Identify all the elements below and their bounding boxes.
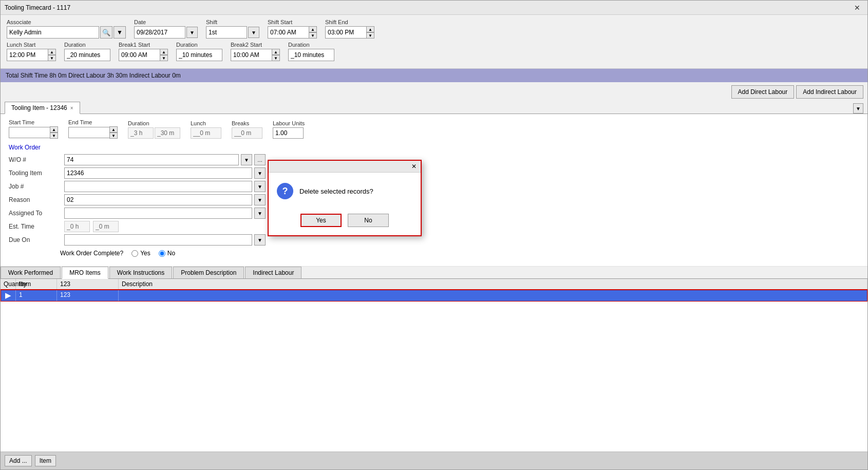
col-header-quantity: Quantity	[1, 279, 16, 289]
radio-no[interactable]	[159, 250, 165, 257]
due-on-label: Due On	[9, 236, 60, 243]
lunch-duration-group: Duration	[64, 42, 110, 61]
reason-dropdown[interactable]: ▼	[254, 194, 266, 205]
dialog-question-icon: ?	[277, 183, 293, 199]
lunch-start-up[interactable]: ▲	[48, 49, 56, 55]
break1-start-down[interactable]: ▼	[160, 55, 168, 61]
break2-duration-label: Duration	[288, 42, 334, 48]
labour-units-field: Labour Units	[273, 120, 305, 139]
job-num-input[interactable]	[64, 181, 252, 192]
info-bar: Total Shift Time 8h 0m Direct Labour 3h …	[1, 69, 867, 82]
lunch-duration-input[interactable]	[64, 49, 110, 61]
tab-tooling-item[interactable]: Tooling Item - 12346 ×	[5, 102, 80, 114]
shift-start-input[interactable]	[268, 26, 309, 39]
wo-num-extra-button[interactable]: …	[254, 154, 266, 165]
reason-label: Reason	[9, 196, 60, 203]
tab-indirect-labour[interactable]: Indirect Labour	[245, 267, 301, 278]
radio-yes[interactable]	[131, 250, 138, 257]
date-group: Date ▼	[134, 19, 198, 39]
shift-start-label: Shift Start	[268, 19, 317, 25]
break2-start-up[interactable]: ▲	[272, 49, 280, 55]
lunch-label: Lunch	[191, 120, 221, 126]
dialog-yes-button[interactable]: Yes	[300, 214, 342, 227]
shift-start-up[interactable]: ▲	[309, 26, 317, 32]
duration-h-input	[128, 127, 154, 139]
break1-start-up[interactable]: ▲	[160, 49, 168, 55]
shift-end-group: Shift End ▲ ▼	[325, 19, 374, 39]
wo-num-dropdown[interactable]: ▼	[241, 154, 252, 165]
labour-units-input[interactable]	[273, 127, 304, 139]
shift-end-input[interactable]	[325, 26, 366, 39]
tab-problem-description[interactable]: Problem Description	[173, 267, 244, 278]
start-time-down[interactable]: ▼	[50, 133, 58, 139]
assigned-to-input[interactable]	[64, 208, 252, 219]
associate-label: Associate	[7, 19, 126, 25]
break1-duration-label: Duration	[176, 42, 222, 48]
add-button[interactable]: Add ...	[5, 455, 32, 466]
end-time-up[interactable]: ▲	[109, 126, 118, 133]
dialog-message: Delete selected records?	[299, 187, 373, 195]
item-button[interactable]: Item	[35, 455, 56, 466]
est-time-m-input	[93, 221, 119, 232]
lunch-start-down[interactable]: ▼	[48, 55, 56, 61]
shift-dropdown-button[interactable]: ▼	[248, 27, 259, 38]
content-area: Start Time ▲ ▼ End Time ▲	[1, 114, 867, 469]
break1-start-input[interactable]	[119, 49, 160, 61]
tab-close-button[interactable]: ×	[70, 105, 73, 111]
table-row[interactable]: ▶ 1 123	[1, 290, 867, 302]
tab-mro-items[interactable]: MRO Items	[62, 267, 108, 279]
end-time-down[interactable]: ▼	[109, 133, 118, 139]
break2-duration-group: Duration	[288, 42, 334, 61]
work-order-grid: W/O # ▼ … Tooling Item ▼ Job #	[9, 154, 266, 246]
start-time-input[interactable]	[9, 127, 50, 138]
break2-start-down[interactable]: ▼	[272, 55, 280, 61]
tab-scroll-button[interactable]: ▼	[853, 103, 863, 114]
associate-search-button[interactable]: 🔍	[100, 26, 112, 39]
associate-input[interactable]	[7, 26, 99, 39]
cell-description	[119, 290, 867, 301]
associate-dropdown-button[interactable]: ▼	[114, 26, 126, 39]
start-time-up[interactable]: ▲	[50, 126, 58, 133]
title-bar: Tooling Timecard - 1117 ✕	[1, 1, 867, 15]
wo-num-input[interactable]	[64, 154, 239, 165]
header-row-1: Associate 🔍 ▼ Date ▼ Shift	[7, 19, 861, 39]
tab-work-performed[interactable]: Work Performed	[1, 267, 61, 278]
break1-duration-input[interactable]	[176, 49, 222, 61]
tooling-item-input[interactable]	[64, 167, 252, 179]
dialog-close-button[interactable]: ✕	[411, 163, 417, 170]
row-indicator: ▶	[1, 290, 16, 301]
shift-start-down[interactable]: ▼	[309, 32, 317, 39]
shift-input[interactable]	[206, 26, 247, 39]
breaks-input	[232, 127, 262, 139]
shift-start-group: Shift Start ▲ ▼	[268, 19, 317, 39]
due-on-dropdown[interactable]: ▼	[254, 234, 266, 246]
col-header-description: Description	[119, 279, 867, 289]
assigned-to-dropdown[interactable]: ▼	[254, 208, 266, 219]
toolbar: Add Direct Labour Add Indirect Labour	[1, 82, 867, 102]
end-time-input[interactable]	[68, 127, 109, 138]
due-on-input[interactable]	[64, 234, 252, 246]
window-close-button[interactable]: ✕	[851, 3, 863, 13]
tooling-item-dropdown[interactable]: ▼	[254, 167, 266, 179]
reason-input[interactable]	[64, 194, 252, 205]
date-dropdown-button[interactable]: ▼	[186, 27, 198, 38]
add-indirect-labour-button[interactable]: Add Indirect Labour	[796, 85, 863, 99]
job-num-dropdown[interactable]: ▼	[254, 181, 266, 192]
shift-end-label: Shift End	[325, 19, 374, 25]
radio-yes-group: Yes	[131, 250, 150, 257]
work-order-complete-label: Work Order Complete?	[60, 250, 123, 257]
date-input[interactable]	[134, 26, 185, 39]
break2-duration-input[interactable]	[288, 49, 334, 61]
dialog-no-button[interactable]: No	[348, 214, 389, 227]
col-header-item: Item	[16, 279, 57, 289]
shift-end-down[interactable]: ▼	[366, 32, 374, 39]
add-direct-labour-button[interactable]: Add Direct Labour	[731, 85, 795, 99]
lunch-start-input[interactable]	[7, 49, 48, 61]
lunch-field: Lunch	[191, 120, 221, 139]
lunch-start-label: Lunch Start	[7, 42, 56, 48]
assigned-to-label: Assigned To	[9, 210, 60, 217]
grid-header: Quantity Item 123 Description	[1, 279, 867, 290]
tab-work-instructions[interactable]: Work Instructions	[109, 267, 172, 278]
break2-start-input[interactable]	[231, 49, 272, 61]
shift-end-up[interactable]: ▲	[366, 26, 374, 32]
